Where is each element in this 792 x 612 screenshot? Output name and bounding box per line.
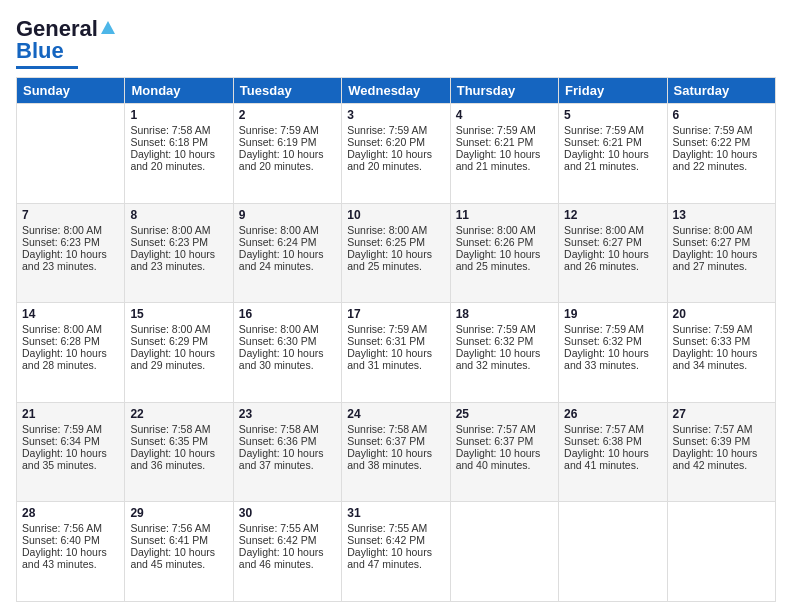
sunrise-text: Sunrise: 7:57 AM bbox=[673, 423, 753, 435]
sunset-text: Sunset: 6:18 PM bbox=[130, 136, 208, 148]
day-number: 24 bbox=[347, 407, 444, 421]
day-cell: 24Sunrise: 7:58 AMSunset: 6:37 PMDayligh… bbox=[342, 402, 450, 502]
sunrise-text: Sunrise: 7:59 AM bbox=[673, 124, 753, 136]
sunset-text: Sunset: 6:21 PM bbox=[564, 136, 642, 148]
sunrise-text: Sunrise: 8:00 AM bbox=[130, 224, 210, 236]
day-number: 2 bbox=[239, 108, 336, 122]
day-cell: 12Sunrise: 8:00 AMSunset: 6:27 PMDayligh… bbox=[559, 203, 667, 303]
day-cell bbox=[17, 104, 125, 204]
day-number: 5 bbox=[564, 108, 661, 122]
header: General Blue bbox=[16, 16, 776, 69]
sunrise-text: Sunrise: 7:55 AM bbox=[347, 522, 427, 534]
daylight-text: Daylight: 10 hours and 46 minutes. bbox=[239, 546, 324, 570]
day-cell: 30Sunrise: 7:55 AMSunset: 6:42 PMDayligh… bbox=[233, 502, 341, 602]
day-number: 29 bbox=[130, 506, 227, 520]
day-cell: 18Sunrise: 7:59 AMSunset: 6:32 PMDayligh… bbox=[450, 303, 558, 403]
day-number: 3 bbox=[347, 108, 444, 122]
day-cell bbox=[559, 502, 667, 602]
sunrise-text: Sunrise: 7:59 AM bbox=[22, 423, 102, 435]
sunset-text: Sunset: 6:31 PM bbox=[347, 335, 425, 347]
day-number: 11 bbox=[456, 208, 553, 222]
day-number: 18 bbox=[456, 307, 553, 321]
week-row-3: 14Sunrise: 8:00 AMSunset: 6:28 PMDayligh… bbox=[17, 303, 776, 403]
col-header-sunday: Sunday bbox=[17, 78, 125, 104]
sunset-text: Sunset: 6:24 PM bbox=[239, 236, 317, 248]
sunset-text: Sunset: 6:28 PM bbox=[22, 335, 100, 347]
calendar-table: SundayMondayTuesdayWednesdayThursdayFrid… bbox=[16, 77, 776, 602]
day-cell: 26Sunrise: 7:57 AMSunset: 6:38 PMDayligh… bbox=[559, 402, 667, 502]
sunrise-text: Sunrise: 7:58 AM bbox=[239, 423, 319, 435]
day-number: 25 bbox=[456, 407, 553, 421]
day-number: 13 bbox=[673, 208, 770, 222]
daylight-text: Daylight: 10 hours and 32 minutes. bbox=[456, 347, 541, 371]
day-cell: 3Sunrise: 7:59 AMSunset: 6:20 PMDaylight… bbox=[342, 104, 450, 204]
day-cell bbox=[450, 502, 558, 602]
daylight-text: Daylight: 10 hours and 20 minutes. bbox=[239, 148, 324, 172]
daylight-text: Daylight: 10 hours and 37 minutes. bbox=[239, 447, 324, 471]
day-cell: 11Sunrise: 8:00 AMSunset: 6:26 PMDayligh… bbox=[450, 203, 558, 303]
daylight-text: Daylight: 10 hours and 34 minutes. bbox=[673, 347, 758, 371]
week-row-1: 1Sunrise: 7:58 AMSunset: 6:18 PMDaylight… bbox=[17, 104, 776, 204]
col-header-wednesday: Wednesday bbox=[342, 78, 450, 104]
day-number: 16 bbox=[239, 307, 336, 321]
sunset-text: Sunset: 6:20 PM bbox=[347, 136, 425, 148]
day-cell: 20Sunrise: 7:59 AMSunset: 6:33 PMDayligh… bbox=[667, 303, 775, 403]
day-number: 4 bbox=[456, 108, 553, 122]
day-cell: 2Sunrise: 7:59 AMSunset: 6:19 PMDaylight… bbox=[233, 104, 341, 204]
day-number: 31 bbox=[347, 506, 444, 520]
sunset-text: Sunset: 6:30 PM bbox=[239, 335, 317, 347]
day-number: 30 bbox=[239, 506, 336, 520]
sunrise-text: Sunrise: 8:00 AM bbox=[239, 224, 319, 236]
daylight-text: Daylight: 10 hours and 23 minutes. bbox=[22, 248, 107, 272]
day-number: 20 bbox=[673, 307, 770, 321]
daylight-text: Daylight: 10 hours and 21 minutes. bbox=[456, 148, 541, 172]
calendar-header-row: SundayMondayTuesdayWednesdayThursdayFrid… bbox=[17, 78, 776, 104]
day-number: 15 bbox=[130, 307, 227, 321]
daylight-text: Daylight: 10 hours and 42 minutes. bbox=[673, 447, 758, 471]
sunrise-text: Sunrise: 8:00 AM bbox=[22, 224, 102, 236]
day-cell: 14Sunrise: 8:00 AMSunset: 6:28 PMDayligh… bbox=[17, 303, 125, 403]
daylight-text: Daylight: 10 hours and 26 minutes. bbox=[564, 248, 649, 272]
sunrise-text: Sunrise: 7:59 AM bbox=[564, 323, 644, 335]
daylight-text: Daylight: 10 hours and 30 minutes. bbox=[239, 347, 324, 371]
day-cell: 13Sunrise: 8:00 AMSunset: 6:27 PMDayligh… bbox=[667, 203, 775, 303]
sunrise-text: Sunrise: 7:59 AM bbox=[239, 124, 319, 136]
day-number: 6 bbox=[673, 108, 770, 122]
sunrise-text: Sunrise: 7:59 AM bbox=[456, 323, 536, 335]
day-number: 7 bbox=[22, 208, 119, 222]
sunrise-text: Sunrise: 7:58 AM bbox=[347, 423, 427, 435]
logo-blue: Blue bbox=[16, 38, 64, 64]
day-cell: 16Sunrise: 8:00 AMSunset: 6:30 PMDayligh… bbox=[233, 303, 341, 403]
day-number: 26 bbox=[564, 407, 661, 421]
day-cell: 4Sunrise: 7:59 AMSunset: 6:21 PMDaylight… bbox=[450, 104, 558, 204]
day-cell bbox=[667, 502, 775, 602]
sunset-text: Sunset: 6:26 PM bbox=[456, 236, 534, 248]
daylight-text: Daylight: 10 hours and 45 minutes. bbox=[130, 546, 215, 570]
logo: General Blue bbox=[16, 16, 115, 69]
day-cell: 21Sunrise: 7:59 AMSunset: 6:34 PMDayligh… bbox=[17, 402, 125, 502]
sunrise-text: Sunrise: 8:00 AM bbox=[130, 323, 210, 335]
sunset-text: Sunset: 6:42 PM bbox=[347, 534, 425, 546]
sunset-text: Sunset: 6:27 PM bbox=[564, 236, 642, 248]
daylight-text: Daylight: 10 hours and 20 minutes. bbox=[130, 148, 215, 172]
day-cell: 9Sunrise: 8:00 AMSunset: 6:24 PMDaylight… bbox=[233, 203, 341, 303]
sunrise-text: Sunrise: 8:00 AM bbox=[239, 323, 319, 335]
sunset-text: Sunset: 6:35 PM bbox=[130, 435, 208, 447]
sunrise-text: Sunrise: 7:58 AM bbox=[130, 124, 210, 136]
daylight-text: Daylight: 10 hours and 20 minutes. bbox=[347, 148, 432, 172]
logo-underline bbox=[16, 66, 78, 69]
day-cell: 27Sunrise: 7:57 AMSunset: 6:39 PMDayligh… bbox=[667, 402, 775, 502]
day-cell: 1Sunrise: 7:58 AMSunset: 6:18 PMDaylight… bbox=[125, 104, 233, 204]
sunrise-text: Sunrise: 8:00 AM bbox=[564, 224, 644, 236]
col-header-tuesday: Tuesday bbox=[233, 78, 341, 104]
day-number: 19 bbox=[564, 307, 661, 321]
day-cell: 5Sunrise: 7:59 AMSunset: 6:21 PMDaylight… bbox=[559, 104, 667, 204]
sunset-text: Sunset: 6:23 PM bbox=[22, 236, 100, 248]
day-number: 10 bbox=[347, 208, 444, 222]
sunrise-text: Sunrise: 7:57 AM bbox=[564, 423, 644, 435]
week-row-4: 21Sunrise: 7:59 AMSunset: 6:34 PMDayligh… bbox=[17, 402, 776, 502]
day-cell: 19Sunrise: 7:59 AMSunset: 6:32 PMDayligh… bbox=[559, 303, 667, 403]
day-cell: 7Sunrise: 8:00 AMSunset: 6:23 PMDaylight… bbox=[17, 203, 125, 303]
day-number: 17 bbox=[347, 307, 444, 321]
daylight-text: Daylight: 10 hours and 38 minutes. bbox=[347, 447, 432, 471]
